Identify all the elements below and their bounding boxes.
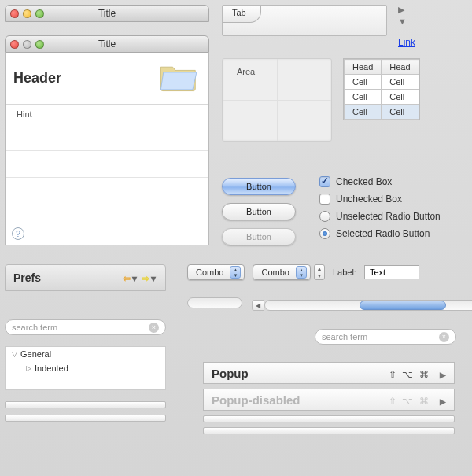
table-cell[interactable]: Cell [345, 75, 382, 90]
folder-icon [158, 59, 201, 98]
tree-item-indented[interactable]: ▷ Indented [6, 361, 165, 375]
checkbox-label: Checked Box [336, 176, 392, 187]
popup-menu[interactable]: Popup ⇧ ⌥ ⌘ ▶ [203, 362, 455, 384]
search-input[interactable]: search term × [315, 329, 456, 345]
standalone-stepper[interactable]: ▲▼ [314, 264, 325, 280]
window2-titlebar[interactable]: Title [5, 35, 209, 53]
table-cell[interactable]: Cell [382, 90, 419, 105]
table-cell[interactable]: Cell [382, 75, 419, 90]
progress-bar [5, 401, 166, 408]
search-input[interactable]: search term × [5, 319, 166, 335]
hyperlink[interactable]: Link [398, 37, 415, 48]
checkbox-label: Unchecked Box [336, 194, 402, 205]
combo-box[interactable]: Combo ▲▼ [253, 264, 310, 280]
clear-icon[interactable]: × [149, 323, 159, 333]
minimize-icon[interactable] [23, 9, 31, 18]
window1-titlebar[interactable]: Title [5, 5, 209, 22]
stepper-icon[interactable]: ▲▼ [296, 266, 307, 279]
scroll-left-icon[interactable]: ◀ [252, 300, 264, 311]
tree-list: ▽ General ▷ Indented [5, 346, 166, 390]
stepper-icon[interactable]: ▲▼ [230, 266, 241, 279]
radio-label: Selected Radio Button [336, 228, 430, 239]
forward-icon[interactable]: ⇨ [142, 273, 149, 284]
checkbox-unchecked[interactable] [319, 194, 330, 205]
search-text: search term [322, 332, 367, 341]
tree-item-general[interactable]: ▽ General [6, 347, 165, 361]
zoom-icon[interactable] [35, 9, 44, 18]
radio-unselected[interactable] [319, 211, 330, 222]
close-icon[interactable] [10, 9, 19, 18]
forward-icon[interactable]: ▶ [398, 5, 461, 15]
minimize-icon [23, 40, 31, 49]
table-header[interactable]: Head [382, 60, 419, 75]
down-icon[interactable]: ▼ [398, 17, 461, 26]
area-box: Area [222, 58, 332, 142]
window2-body: Header Hint ? [5, 53, 209, 245]
hint-text: Hint [6, 105, 208, 124]
close-icon[interactable] [10, 40, 19, 49]
popup-menu-disabled: Popup-disabled ⇧ ⌥ ⌘ ▶ [203, 389, 455, 411]
chevron-right-icon: ▶ [440, 397, 446, 406]
checkbox-checked[interactable] [319, 176, 330, 187]
table-cell[interactable]: Cell [345, 90, 382, 105]
thin-progress-bar [203, 427, 455, 434]
zoom-icon[interactable] [35, 40, 44, 49]
search-text: search term [12, 323, 57, 332]
standard-button[interactable]: Button [222, 203, 296, 220]
scrollbar-thumb[interactable] [360, 301, 446, 310]
mini-scrollbar[interactable] [187, 297, 242, 308]
prefs-title: Prefs [13, 271, 41, 284]
keyboard-shortcut: ⇧ ⌥ ⌘ [389, 369, 430, 380]
disclosure-closed-icon[interactable]: ▷ [26, 364, 31, 372]
clear-icon[interactable]: × [439, 332, 449, 342]
thin-progress-bar [203, 415, 455, 422]
scrollbar-track[interactable] [264, 300, 472, 311]
text-field[interactable] [364, 265, 419, 279]
radio-label: Unselected Radio Button [336, 211, 441, 222]
field-label: Label: [333, 268, 356, 277]
chevron-right-icon: ▶ [440, 371, 446, 379]
panel-header: Header [13, 70, 61, 87]
prefs-header: Prefs ⇦▾ ⇨▾ [5, 264, 166, 291]
disabled-button: Button [222, 228, 296, 245]
tab-item[interactable]: Tab [223, 6, 261, 23]
progress-bar [5, 415, 166, 422]
area-label: Area [223, 59, 331, 76]
back-icon[interactable]: ⇦ [123, 273, 131, 284]
tab-strip: Tab [222, 5, 387, 36]
combo-box[interactable]: Combo ▲▼ [187, 264, 245, 280]
default-button[interactable]: Button [222, 178, 296, 195]
table-cell[interactable]: Cell [382, 105, 419, 120]
table-header[interactable]: Head [345, 60, 382, 75]
table-cell[interactable]: Cell [345, 105, 382, 120]
keyboard-shortcut: ⇧ ⌥ ⌘ [389, 396, 430, 407]
data-table: Head Head Cell Cell Cell Cell Cell Cell [343, 58, 420, 120]
radio-selected[interactable] [319, 228, 330, 239]
help-icon[interactable]: ? [12, 227, 24, 240]
disclosure-open-icon[interactable]: ▽ [12, 350, 17, 358]
